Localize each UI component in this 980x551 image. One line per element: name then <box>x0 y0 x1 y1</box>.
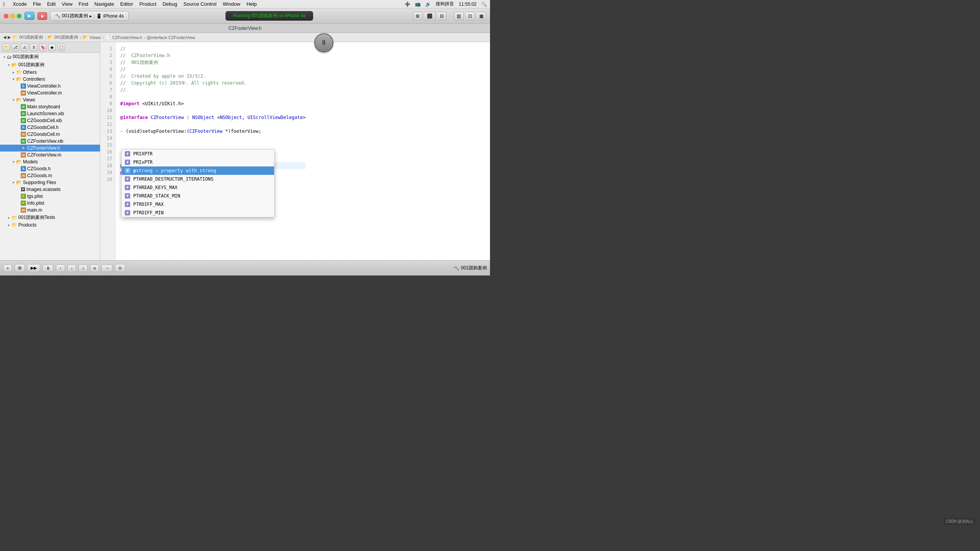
disclosure-triangle[interactable]: ▸ <box>6 222 11 228</box>
layout-btn-1[interactable]: ▥ <box>454 12 464 20</box>
menu-xcode[interactable]: Xcode <box>13 1 27 7</box>
code-line[interactable]: // <box>120 66 305 73</box>
menu-file[interactable]: File <box>33 1 41 7</box>
sidebar-item-controllers[interactable]: ▾📂Controllers <box>0 76 100 83</box>
menu-find[interactable]: Find <box>78 1 88 7</box>
stop-button[interactable]: ■ <box>38 12 47 20</box>
step-out-btn[interactable]: ↕ <box>78 264 88 272</box>
sidebar-item-supporting[interactable]: ▾📂Supporting Files <box>0 179 100 186</box>
menu-view[interactable]: View <box>62 1 72 7</box>
code-line[interactable]: // CZFooterView.h <box>120 52 305 59</box>
sidebar-item-others[interactable]: ▸📁Others <box>0 69 100 76</box>
code-line[interactable]: // 001团购案例 <box>120 59 305 66</box>
minimize-button[interactable] <box>10 14 15 18</box>
sidebar-item-vc_m[interactable]: mViewController.m <box>0 90 100 96</box>
disclosure-triangle[interactable]: ▾ <box>11 180 16 185</box>
bc-file[interactable]: CZFooterView.h <box>112 35 142 40</box>
run-button[interactable]: ▶ <box>24 12 34 20</box>
view-toggle-left[interactable]: ⊞ <box>413 12 422 20</box>
code-line[interactable]: // Copyright (c) 2015年. All rights reser… <box>120 80 305 86</box>
code-line[interactable] <box>120 93 305 100</box>
bc-project[interactable]: 001团购案例 <box>19 34 43 40</box>
menu-window[interactable]: Window <box>223 1 240 7</box>
close-button[interactable] <box>4 14 8 18</box>
playback-btn[interactable]: ▶▶ <box>27 264 40 272</box>
maximize-button[interactable] <box>17 14 21 18</box>
menu-source-control[interactable]: Source Control <box>183 1 217 7</box>
menu-edit[interactable]: Edit <box>47 1 56 7</box>
sidebar-item-cggoodscell_xib[interactable]: ▤CZGoodsCell.xib <box>0 117 100 124</box>
sidebar-item-models[interactable]: ▾📂Models <box>0 158 100 165</box>
sidebar-item-cggoodscell_h[interactable]: hCZGoodsCell.h <box>0 124 100 131</box>
view-toggle-mid[interactable]: ⬛ <box>425 12 435 20</box>
disclosure-triangle[interactable]: ▸ <box>6 215 11 220</box>
sidebar-btn-warn[interactable]: ⚠ <box>21 44 28 51</box>
sidebar-item-main_m[interactable]: mmain.m <box>0 207 100 214</box>
input-method[interactable]: 搜狗拼音 <box>436 1 454 7</box>
sidebar-item-czgoods_m[interactable]: mCZGoods.m <box>0 172 100 179</box>
sidebar-item-czfooterview_h[interactable]: hCZFooterView.h <box>0 145 100 152</box>
sidebar-item-tgs_plist[interactable]: Ptgs.plist <box>0 193 100 200</box>
sidebar-item-info_plist[interactable]: PInfo.plist <box>0 200 100 207</box>
plus-icon[interactable]: ➕ <box>405 2 410 7</box>
sidebar-btn-folder[interactable]: 📁 <box>2 44 10 51</box>
location-btn[interactable]: → <box>101 264 113 272</box>
scheme-selector[interactable]: 🔨 001团购案例 ▸ | 📱 iPhone 4s <box>50 11 129 21</box>
disclosure-triangle[interactable]: ▾ <box>11 77 16 82</box>
code-line[interactable]: @interface CZFooterView : NSObject <NSOb… <box>120 114 305 121</box>
autocomplete-item[interactable]: #PTHREAD_DESTRUCTOR_ITERATIONS <box>122 175 274 183</box>
sidebar-btn-breakpoint[interactable]: ◆ <box>48 44 56 51</box>
sidebar-item-images_xcassets[interactable]: 🖼Images.xcassets <box>0 186 100 193</box>
code-line[interactable]: // Created by apple on 15/3/2. <box>120 73 305 80</box>
autocomplete-item[interactable]: #PTRDIFF_MAX <box>122 200 274 209</box>
disclosure-triangle[interactable]: ▾ <box>2 54 7 60</box>
sidebar-btn-bookmark[interactable]: 🔖 <box>39 44 47 51</box>
disclosure-triangle[interactable]: ▾ <box>11 159 16 165</box>
search-icon[interactable]: 🔍 <box>481 2 487 7</box>
simulate-btn[interactable]: ⊙ <box>115 264 125 272</box>
layout-btn-2[interactable]: ⊡ <box>466 12 475 20</box>
sidebar-item-root[interactable]: ▾🗂001团购案例 <box>0 53 100 61</box>
sidebar-item-vc_h[interactable]: hViewController.h <box>0 83 100 90</box>
bc-nav-back[interactable]: ◀ <box>3 35 6 40</box>
sidebar-item-main_sb[interactable]: ▤Main.storyboard <box>0 103 100 110</box>
menu-product[interactable]: Product <box>139 1 157 7</box>
code-line[interactable]: - (void)setupFooterView:(CZFooterView *)… <box>120 128 305 135</box>
disclosure-triangle[interactable]: ▾ <box>6 62 11 68</box>
sidebar-btn-filter[interactable]: ⧖ <box>30 44 38 51</box>
step-over-btn[interactable]: ↑ <box>56 264 65 272</box>
code-line[interactable]: #import <UIKit/UIKit.h> <box>120 100 305 107</box>
sidebar-btn-report[interactable]: 📋 <box>57 44 65 51</box>
pause-small-btn[interactable]: ⏸ <box>42 264 54 272</box>
sidebar-item-main_group[interactable]: ▾📂001团购案例 <box>0 61 100 69</box>
code-line[interactable]: // <box>120 86 305 93</box>
menu-debug[interactable]: Debug <box>163 1 177 7</box>
capture-btn[interactable]: ≡ <box>90 264 99 272</box>
step-into-btn[interactable]: ↓ <box>67 264 77 272</box>
editor-view-grid[interactable]: ⊞ <box>15 264 25 272</box>
menu-navigate[interactable]: Navigate <box>95 1 114 7</box>
autocomplete-item[interactable]: #pstrong — property with strong <box>122 166 274 175</box>
layout-btn-3[interactable]: ▦ <box>477 12 486 20</box>
bc-views[interactable]: Views <box>90 35 101 40</box>
code-line[interactable]: // <box>120 45 305 52</box>
view-toggle-right[interactable]: ⊟ <box>438 12 446 20</box>
autocomplete-item[interactable]: #PTRDIFF_MIN <box>122 209 274 217</box>
bc-group[interactable]: 001团购案例 <box>54 34 78 40</box>
code-line[interactable] <box>120 142 305 148</box>
pause-button[interactable]: ⏸ <box>314 33 333 52</box>
sidebar-item-tests[interactable]: ▸📁001团购案例Tests <box>0 214 100 222</box>
sidebar-item-cggoodscell_m[interactable]: mCZGoodsCell.m <box>0 131 100 138</box>
apple-menu[interactable]:  <box>3 1 5 7</box>
menu-editor[interactable]: Editor <box>120 1 133 7</box>
code-line[interactable] <box>120 135 305 142</box>
autocomplete-dropdown[interactable]: #PRIXPTR#PRIxPTR#pstrong — property with… <box>121 149 274 217</box>
sidebar-item-views[interactable]: ▾📂Views <box>0 96 100 103</box>
code-line[interactable] <box>120 121 305 128</box>
code-line[interactable] <box>120 107 305 114</box>
sidebar-item-czfooterview_m[interactable]: mCZFooterView.m <box>0 152 100 158</box>
menu-help[interactable]: Help <box>247 1 257 7</box>
sidebar-btn-git[interactable]: ⎇ <box>11 44 19 51</box>
sidebar-item-products[interactable]: ▸📁Products <box>0 222 100 228</box>
autocomplete-item[interactable]: #PRIxPTR <box>122 158 274 166</box>
